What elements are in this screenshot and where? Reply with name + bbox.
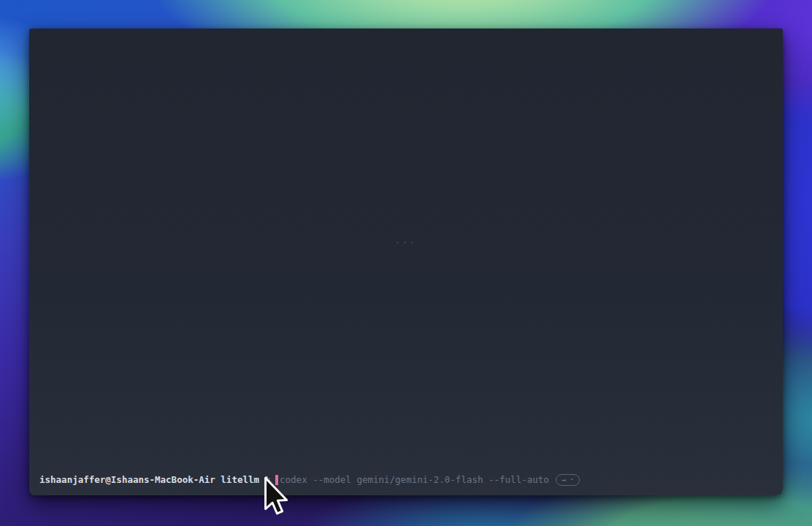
autosuggestion-text: codex --model gemini/gemini-2.0-flash --… — [280, 473, 549, 486]
terminal-command-line[interactable]: ishaanjaffer@Ishaans-MacBook-Air litellm… — [39, 473, 773, 486]
terminal-window[interactable]: ... ishaanjaffer@Ishaans-MacBook-Air lit… — [29, 28, 783, 495]
text-cursor-caret — [275, 475, 278, 485]
accept-suggestion-hint-badge: → · — [556, 474, 581, 486]
prompt-symbol: % — [265, 473, 271, 486]
right-arrow-icon: → — [562, 475, 566, 485]
dot-icon: · — [570, 475, 575, 485]
prompt-user-host: ishaanjaffer@Ishaans-MacBook-Air — [39, 473, 215, 486]
prompt-directory: litellm — [221, 473, 259, 486]
terminal-loading-ellipsis: ... — [29, 235, 783, 245]
